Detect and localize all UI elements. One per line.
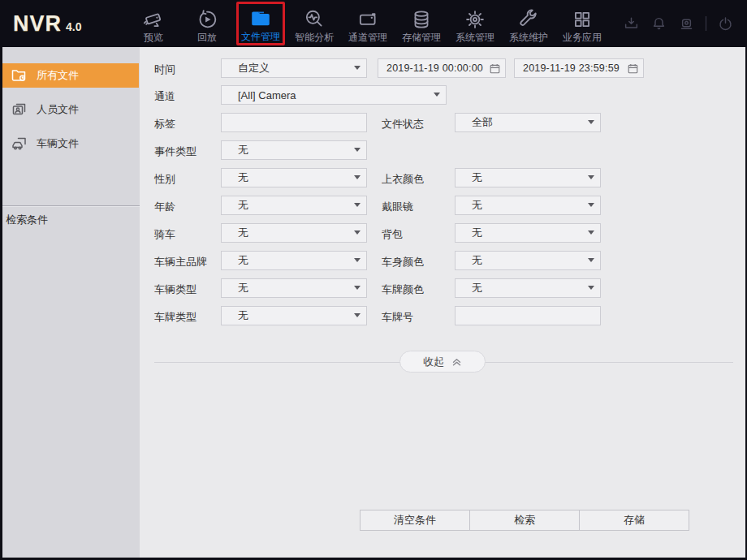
form-row-event-type: 事件类型 无 [140,140,745,160]
nav-tab-business-application[interactable]: 业务应用 [555,2,609,45]
calendar-icon [628,63,638,74]
nav-tab-label: 回放 [197,32,217,43]
top-color-label: 上衣颜色 [382,172,424,187]
event-type-select[interactable]: 无 [221,140,367,160]
nav-tab-label: 系统管理 [456,32,494,43]
search-button[interactable]: 检索 [469,510,580,531]
backpack-select[interactable]: 无 [455,223,601,243]
collapse-label: 收起 [423,355,444,369]
topbar-divider [706,16,706,31]
alarm-bell-icon[interactable] [650,15,667,32]
form-row-channel: 通道 [All] Camera [140,85,745,105]
top-navigation-bar: NVR 4.0 预览 [0,0,747,47]
clear-conditions-button[interactable]: 清空条件 [360,510,470,531]
vehicle-type-select[interactable]: 无 [221,278,367,298]
sidebar-item-label: 所有文件 [37,68,79,83]
nvr-app-window: NVR 4.0 预览 [0,0,747,560]
chevron-down-icon [588,120,594,124]
vehicle-brand-label: 车辆主品牌 [154,255,207,269]
form-row-tag-status: 标签 文件状态 全部 [140,113,745,132]
channel-label: 通道 [154,89,175,104]
nav-tab-label: 通道管理 [348,32,387,43]
nav-tab-file-management[interactable]: 文件管理 [236,2,285,45]
chevron-down-icon [588,175,594,179]
sidebar-divider [2,205,140,207]
nav-tab-label: 业务应用 [563,32,602,43]
double-chevron-up-icon [451,356,462,367]
plate-color-label: 车牌颜色 [382,282,424,297]
nav-tab-smart-analysis[interactable]: 智能分析 [287,2,341,45]
nav-tab-system-maintenance[interactable]: 系统维护 [502,2,555,45]
storage-management-icon [410,7,433,32]
plate-type-select[interactable]: 无 [221,306,367,325]
logo-version: 4.0 [66,20,81,33]
power-icon[interactable] [717,15,734,32]
sidebar-item-all-files[interactable]: 所有文件 [2,63,139,88]
topbar-utility-icons [623,15,747,32]
channel-select[interactable]: [All] Camera [221,85,447,105]
form-row-platetype-plateno: 车牌类型 无 车牌号 [140,306,745,325]
form-row-gender-topcolor: 性别 无 上衣颜色 无 [140,168,745,187]
glasses-label: 戴眼镜 [382,200,413,214]
chevron-down-icon [588,286,594,290]
nav-tab-channel-management[interactable]: 通道管理 [341,2,395,45]
channel-management-icon [356,7,379,32]
body-color-label: 车身颜色 [382,255,424,269]
tag-input[interactable] [221,113,367,132]
search-conditions-section-label: 检索条件 [6,213,48,227]
nav-tab-playback[interactable]: 回放 [180,2,234,45]
sidebar-item-label: 人员文件 [37,102,79,117]
plate-color-select[interactable]: 无 [455,278,601,298]
plate-number-input[interactable] [455,306,601,325]
nav-tab-label: 预览 [144,32,163,43]
business-application-icon [571,7,594,32]
playback-icon [196,7,218,32]
nav-tab-system-management[interactable]: 系统管理 [448,2,502,45]
riding-label: 骑车 [154,227,175,242]
chevron-down-icon [354,148,361,152]
chevron-down-icon [434,93,440,97]
collapse-button[interactable]: 收起 [399,351,486,373]
backpack-label: 背包 [382,227,403,242]
nav-tab-preview[interactable]: 预览 [127,2,180,45]
glasses-select[interactable]: 无 [455,196,601,215]
gender-label: 性别 [154,172,175,187]
end-time-field[interactable]: 2019-11-19 23:59:59 [514,58,644,78]
chevron-down-icon [354,175,361,179]
sidebar-item-vehicle-files[interactable]: 车辆文件 [2,131,139,156]
chevron-down-icon [354,203,361,207]
plate-number-label: 车牌号 [382,310,413,325]
gender-select[interactable]: 无 [221,168,367,187]
save-button[interactable]: 存储 [579,510,689,531]
system-management-icon [464,7,486,32]
alarm-device-icon[interactable] [678,15,695,32]
download-icon[interactable] [623,15,640,32]
form-row-vehicletype-platecolor: 车辆类型 无 车牌颜色 无 [140,278,745,298]
file-status-select[interactable]: 全部 [455,113,601,132]
file-management-folder-icon [249,6,272,31]
form-row-time: 时间 自定义 2019-11-19 00:00:00 2019-11-19 23… [140,58,745,78]
chevron-down-icon [588,258,594,262]
main-menu: 预览 回放 文件管 [127,0,609,47]
all-files-folder-icon [11,67,28,84]
app-logo: NVR 4.0 [0,11,122,37]
sidebar-item-label: 车辆文件 [37,136,79,151]
smart-analysis-icon [303,7,326,32]
preview-camera-icon [142,7,165,32]
chevron-down-icon [354,258,361,262]
chevron-down-icon [354,286,361,290]
vehicle-brand-select[interactable]: 无 [221,251,367,270]
body-color-select[interactable]: 无 [455,251,601,270]
time-type-select[interactable]: 自定义 [221,58,367,78]
nav-tab-label: 文件管理 [241,31,280,42]
riding-select[interactable]: 无 [221,223,367,243]
age-select[interactable]: 无 [221,196,367,215]
time-label: 时间 [154,62,175,77]
top-color-select[interactable]: 无 [455,168,601,187]
start-time-field[interactable]: 2019-11-19 00:00:00 [378,58,506,78]
nav-tab-label: 智能分析 [295,32,334,43]
file-status-label: 文件状态 [382,117,424,131]
tag-label: 标签 [154,117,175,131]
nav-tab-storage-management[interactable]: 存储管理 [395,2,448,45]
sidebar-item-person-files[interactable]: 人员文件 [2,97,139,122]
